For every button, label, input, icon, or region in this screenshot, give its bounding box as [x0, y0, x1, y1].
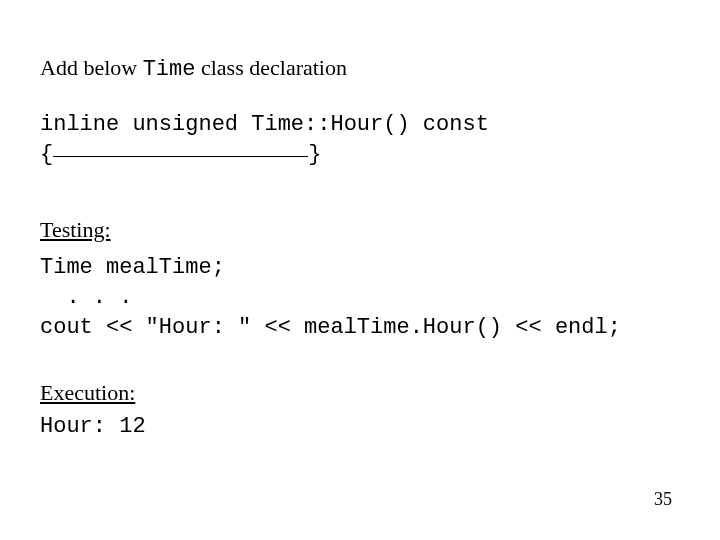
fill-in-blank	[53, 156, 308, 157]
intro-suffix: class declaration	[195, 55, 347, 80]
code-line-1: inline unsigned Time::Hour() const	[40, 110, 680, 140]
intro-code-word: Time	[143, 57, 196, 82]
testing-heading: Testing:	[40, 217, 680, 243]
brace-close: }	[308, 142, 321, 167]
execution-output: Hour: 12	[40, 414, 680, 439]
code-line-2: {}	[40, 140, 680, 170]
intro-line: Add below Time class declaration	[40, 55, 680, 82]
execution-heading: Execution:	[40, 380, 680, 406]
page-number: 35	[654, 489, 672, 510]
code-block-declaration: inline unsigned Time::Hour() const {}	[40, 110, 680, 169]
intro-prefix: Add below	[40, 55, 143, 80]
testing-code: Time mealTime; . . . cout << "Hour: " <<…	[40, 253, 680, 342]
brace-open: {	[40, 142, 53, 167]
